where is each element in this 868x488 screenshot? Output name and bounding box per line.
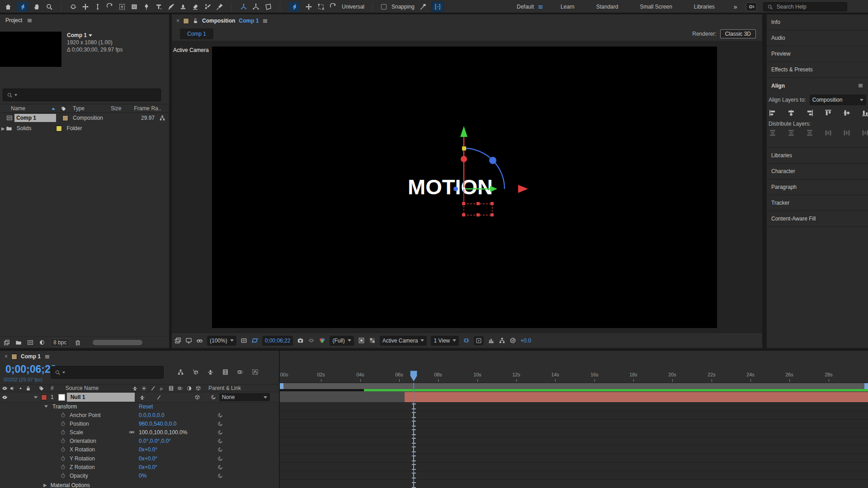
column-name[interactable]: Name (11, 105, 25, 112)
orbit-camera-icon[interactable] (70, 3, 77, 10)
reset-link[interactable]: Reset (139, 404, 153, 410)
eraser-tool-icon[interactable] (192, 3, 199, 10)
layer-track-row[interactable] (280, 391, 868, 403)
stopwatch-icon[interactable] (60, 438, 66, 444)
world-axis-icon[interactable] (252, 3, 259, 10)
timeline-menu-icon[interactable] (44, 354, 50, 360)
collapse-switch-icon[interactable] (141, 385, 147, 391)
video-column-icon[interactable] (2, 385, 8, 391)
close-panel-icon[interactable]: × (5, 353, 8, 360)
renderer-button[interactable]: Classic 3D (720, 29, 756, 38)
view-label[interactable]: Active Camera (173, 47, 209, 53)
frame-blending-icon[interactable] (222, 369, 229, 375)
type-tool-icon[interactable] (155, 3, 162, 10)
comp-mini-flowchart-icon[interactable] (177, 369, 184, 375)
pick-whip-icon[interactable] (217, 455, 223, 462)
show-snapshot-icon[interactable] (308, 337, 315, 344)
graph-editor-icon[interactable] (252, 369, 259, 375)
snapping-checkbox[interactable] (381, 4, 387, 9)
work-area-bar[interactable] (280, 383, 868, 389)
pick-whip-icon[interactable] (217, 412, 223, 418)
distribute-top-icon[interactable] (769, 129, 777, 137)
property-row[interactable]: X Rotation 0x+0.0° (0, 445, 279, 454)
align-menu-icon[interactable] (858, 83, 863, 89)
stopwatch-icon[interactable] (60, 473, 66, 479)
close-panel-icon[interactable]: × (176, 18, 179, 24)
gizmo-scale-icon[interactable] (317, 3, 325, 10)
gizmo-position-icon[interactable] (305, 3, 312, 10)
layer-expand-chevron-icon[interactable] (34, 396, 38, 399)
distribute-vcenter-icon[interactable] (787, 129, 795, 137)
help-search-box[interactable]: Search Help (763, 2, 847, 11)
parent-dropdown[interactable]: None (219, 393, 270, 401)
distribute-hcenter-icon[interactable] (843, 129, 851, 137)
project-search-box[interactable] (3, 89, 161, 101)
table-row[interactable]: Comp 1 Composition 29.97 (0, 113, 169, 123)
index-column[interactable]: # (51, 385, 54, 391)
stopwatch-icon[interactable] (60, 429, 66, 435)
panel-tab-audio[interactable]: Audio (767, 30, 868, 46)
comp-flowchart-icon[interactable] (499, 337, 505, 344)
roto-brush-icon[interactable] (204, 3, 211, 10)
table-row[interactable]: ▶ Solids Folder (0, 123, 169, 133)
parent-link-column[interactable]: Parent & Link (208, 385, 241, 391)
align-left-icon[interactable] (769, 109, 777, 117)
main-monitor-icon[interactable] (185, 337, 192, 344)
distribute-bottom-icon[interactable] (806, 129, 814, 137)
property-row[interactable]: Anchor Point 0.0,0.0,0.0 (0, 411, 279, 419)
property-value[interactable]: 0x+0.0° (139, 446, 157, 453)
viewer-pasteboard[interactable]: Active Camera MOTION (172, 41, 762, 333)
align-center-horizontal-icon[interactable] (787, 109, 795, 117)
workspace-tab-libraries[interactable]: Libraries (694, 4, 715, 10)
pick-whip-icon[interactable] (217, 438, 223, 444)
brush-tool-icon[interactable] (167, 3, 175, 10)
workspace-tab-small-screen[interactable]: Small Screen (640, 4, 672, 10)
workspace-tab-default[interactable]: Default (517, 4, 534, 10)
trash-icon[interactable] (75, 339, 81, 346)
property-row[interactable]: Position 960.0,540.0,0.0 (0, 419, 279, 428)
align-bottom-icon[interactable] (861, 109, 868, 117)
project-item-name[interactable]: Comp 1 (67, 32, 87, 39)
shy-switch-icon[interactable] (132, 385, 138, 391)
motion-blur-switch-icon[interactable] (177, 385, 183, 391)
group-label[interactable]: Material Options (51, 482, 90, 488)
align-center-vertical-icon[interactable] (843, 109, 851, 117)
pick-whip-icon[interactable] (217, 464, 223, 470)
distribute-right-icon[interactable] (861, 129, 868, 137)
dolly-camera-icon[interactable] (94, 3, 101, 10)
layer-row[interactable]: 1 Null 1 None (0, 392, 279, 403)
motion-blur-icon[interactable] (237, 369, 244, 375)
timeline-tab[interactable]: Comp 1 (21, 353, 41, 360)
snap-guides-icon[interactable] (420, 3, 427, 10)
lock-open-icon[interactable] (193, 18, 198, 24)
view-layout-dropdown[interactable]: 1 View (431, 336, 459, 346)
panel-tab-character[interactable]: Character (767, 164, 868, 179)
adjustment-switch-icon[interactable] (186, 385, 192, 391)
hide-shy-layers-icon[interactable] (207, 369, 214, 375)
property-value[interactable]: 960.0,540.0,0.0 (139, 421, 176, 427)
pick-whip-icon[interactable] (217, 421, 223, 427)
view-axis-icon[interactable] (264, 3, 272, 10)
draft-3d-icon[interactable] (192, 369, 199, 375)
sort-ascending-icon[interactable] (52, 108, 55, 110)
align-top-icon[interactable] (824, 109, 832, 117)
solo-column-icon[interactable] (18, 386, 23, 391)
exposure-value[interactable]: +0.0 (520, 338, 531, 344)
column-size[interactable]: Size (111, 105, 121, 112)
workspace-overflow-button[interactable]: » (734, 3, 737, 10)
pick-whip-icon[interactable] (217, 446, 223, 453)
flowchart-icon[interactable] (159, 115, 165, 121)
pixel-aspect-icon[interactable] (463, 337, 470, 344)
new-folder-icon[interactable] (15, 339, 22, 346)
workspace-menu-icon[interactable] (538, 4, 543, 10)
quality-switch-icon[interactable] (150, 385, 156, 391)
work-area-end-handle[interactable] (864, 383, 868, 389)
panel-tab-libraries[interactable]: Libraries (767, 148, 868, 164)
snapshot-icon[interactable] (297, 337, 304, 344)
effects-switch-icon[interactable]: fx (159, 385, 165, 391)
layer-visibility-icon[interactable] (2, 394, 8, 400)
layer-quality-icon[interactable] (156, 394, 162, 400)
panel-views-icon[interactable] (4, 339, 10, 346)
zoom-tool-icon[interactable] (46, 3, 53, 10)
workspace-tab-standard[interactable]: Standard (596, 4, 618, 10)
